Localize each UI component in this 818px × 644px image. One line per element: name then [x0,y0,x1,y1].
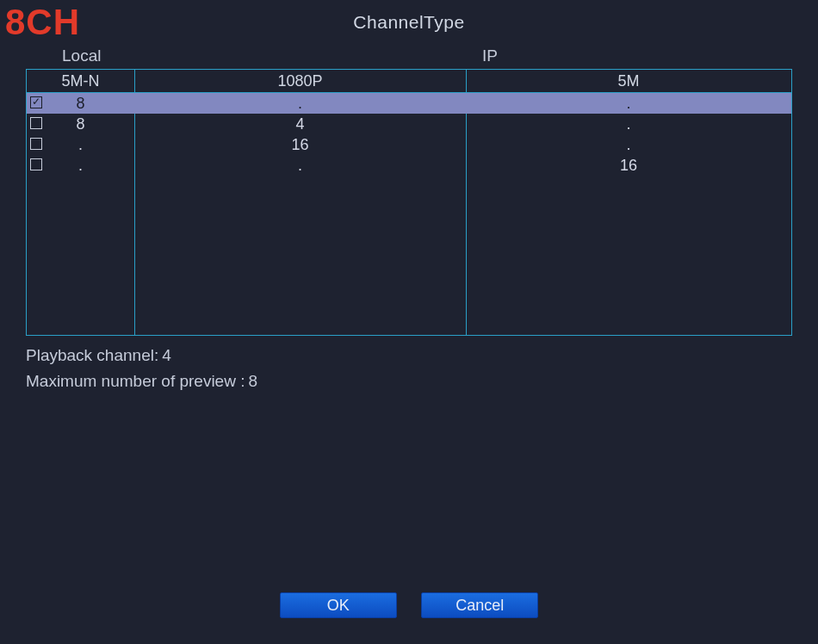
max-preview-info: Maximum number of preview :8 [26,372,257,391]
preview-label: Maximum number of preview : [26,372,245,390]
cell-c2: 16 [134,134,466,155]
cell-c1: . [27,134,134,155]
ok-button[interactable]: OK [280,592,397,618]
cell-c2: . [134,155,466,176]
column-header-5m: 5M [466,70,791,92]
table-row[interactable]: 84. [27,114,791,134]
cell-c1: 8 [27,93,134,114]
column-group-header: Local IP [0,46,818,67]
playback-channel-info: Playback channel:4 [26,346,171,365]
channel-type-table: 5M-N 1080P 5M 8..84..16...16 [26,69,792,336]
group-local-label: Local [62,46,101,65]
cell-c3: . [466,114,791,134]
table-row[interactable]: .16. [27,134,791,155]
cell-c1: . [27,155,134,176]
dialog-buttons: OK Cancel [0,592,818,618]
cell-c3: . [466,93,791,114]
table-row[interactable]: ..16 [27,155,791,176]
cell-c2: . [134,93,466,114]
table-row[interactable]: 8.. [27,93,791,114]
playback-value: 4 [162,346,171,364]
column-header-row: 5M-N 1080P 5M [27,70,791,93]
column-header-5mn: 5M-N [27,70,134,92]
column-header-1080p: 1080P [134,70,466,92]
cell-c3: . [466,134,791,155]
cell-c3: 16 [466,155,791,176]
table-body: 8..84..16...16 [27,93,791,335]
cell-c2: 4 [134,114,466,134]
page-title: ChannelType [0,12,818,33]
cell-c1: 8 [27,114,134,134]
group-ip-label: IP [482,46,498,65]
playback-label: Playback channel: [26,346,158,364]
cancel-button[interactable]: Cancel [421,592,538,618]
preview-value: 8 [248,372,257,390]
